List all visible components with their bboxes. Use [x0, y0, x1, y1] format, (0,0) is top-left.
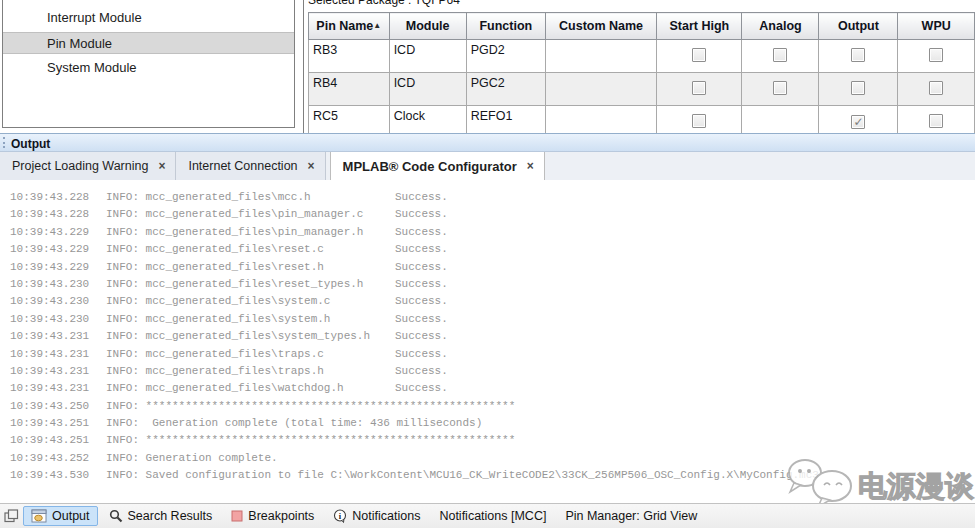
- column-header-custom-name[interactable]: Custom Name: [545, 13, 656, 40]
- log-message: INFO: mcc_generated_files\reset.c: [106, 241, 395, 258]
- log-message: INFO: Generation complete.: [106, 450, 395, 467]
- start-high-cell: [657, 106, 742, 134]
- log-message: INFO: mcc_generated_files\system.c: [106, 293, 395, 310]
- log-status: Success.: [395, 380, 448, 397]
- checkbox-unchecked[interactable]: [692, 114, 706, 128]
- console-line: 10:39:43.530INFO: Saved configuration to…: [0, 467, 975, 484]
- log-message: INFO: mcc_generated_files\system.h: [106, 311, 395, 328]
- checkbox-unchecked[interactable]: [773, 48, 787, 62]
- tab-internet-connection[interactable]: Internet Connection×: [176, 152, 325, 180]
- tab-label: MPLAB® Code Configurator: [343, 159, 517, 174]
- custom-name-cell[interactable]: [545, 40, 656, 73]
- analog-cell: [742, 106, 819, 134]
- output-panel-title: Output: [0, 136, 50, 153]
- start-high-cell: [657, 73, 742, 106]
- checkbox-unchecked[interactable]: [929, 81, 943, 95]
- custom-name-cell[interactable]: [545, 106, 656, 134]
- float-window-icon[interactable]: [4, 509, 19, 523]
- tab-label: Internet Connection: [188, 159, 297, 173]
- checkbox-unchecked[interactable]: [773, 81, 787, 95]
- checkbox-unchecked[interactable]: [929, 48, 943, 62]
- close-icon[interactable]: ×: [527, 159, 534, 173]
- module-tree-panel: Interrupt ModulePin ModuleSystem Module: [2, 0, 295, 128]
- tab-project-loading-warning[interactable]: Project Loading Warning×: [0, 152, 176, 180]
- pin-table: Pin Name▲ModuleFunctionCustom NameStart …: [308, 12, 975, 133]
- output-panel-header: Output: [0, 133, 975, 152]
- log-timestamp: 10:39:43.231: [0, 380, 106, 397]
- statusbar-item-label: Breakpoints: [248, 509, 314, 523]
- column-header-module[interactable]: Module: [389, 13, 466, 40]
- console-line: 10:39:43.229INFO: mcc_generated_files\re…: [0, 259, 975, 276]
- log-message: INFO: mcc_generated_files\traps.c: [106, 346, 395, 363]
- tab-mplab-code-configurator[interactable]: MPLAB® Code Configurator×: [330, 152, 545, 180]
- log-status: Success.: [395, 259, 448, 276]
- status-bar: OutputSearch ResultsBreakpointsiNotifica…: [0, 503, 975, 528]
- statusbar-item-label: Search Results: [128, 509, 213, 523]
- breakpoint-icon: [231, 510, 243, 522]
- checkbox-unchecked[interactable]: [929, 114, 943, 128]
- checkbox-unchecked[interactable]: [851, 48, 865, 62]
- column-header-output[interactable]: Output: [819, 13, 898, 40]
- statusbar-item-search-results[interactable]: Search Results: [101, 506, 221, 526]
- statusbar-item-output[interactable]: Output: [23, 506, 98, 526]
- log-status: Success.: [395, 189, 448, 206]
- log-status: Success.: [395, 241, 448, 258]
- function-cell: PGD2: [466, 40, 545, 73]
- log-message: INFO: mcc_generated_files\pin_manager.c: [106, 206, 395, 223]
- info-icon: i: [333, 509, 347, 523]
- log-message: INFO: **********************************…: [106, 432, 515, 449]
- console-output[interactable]: 10:39:43.228INFO: mcc_generated_files\mc…: [0, 180, 975, 503]
- close-icon[interactable]: ×: [308, 159, 315, 173]
- log-message: INFO: mcc_generated_files\system_types.h: [106, 328, 395, 345]
- log-timestamp: 10:39:43.251: [0, 432, 106, 449]
- analog-cell: [742, 40, 819, 73]
- panel-grip-handle[interactable]: [3, 137, 6, 148]
- column-header-start-high[interactable]: Start High: [657, 13, 742, 40]
- custom-name-cell[interactable]: [545, 73, 656, 106]
- checkbox-unchecked[interactable]: [692, 81, 706, 95]
- function-cell: PGC2: [466, 73, 545, 106]
- module-cell: ICD: [389, 40, 466, 73]
- statusbar-item-breakpoints[interactable]: Breakpoints: [223, 506, 322, 526]
- column-header-pin-name[interactable]: Pin Name▲: [309, 13, 390, 40]
- module-cell: Clock: [389, 106, 466, 134]
- log-timestamp: 10:39:43.252: [0, 450, 106, 467]
- console-line: 10:39:43.251INFO: Generation complete (t…: [0, 415, 975, 432]
- checkbox-unchecked[interactable]: [851, 81, 865, 95]
- sort-ascending-icon: ▲: [373, 21, 381, 30]
- checkbox-checked[interactable]: ✓: [851, 115, 865, 129]
- selected-package-label: Selected Package : TQFP64: [308, 0, 975, 7]
- pin-name-cell: RB3: [309, 40, 390, 73]
- statusbar-item-notifications-mcc-[interactable]: Notifications [MCC]: [431, 506, 554, 526]
- table-row: RB4ICDPGC2: [309, 73, 975, 106]
- checkbox-unchecked[interactable]: [692, 48, 706, 62]
- sidebar-item-system-module[interactable]: System Module: [3, 57, 294, 79]
- log-status: Success.: [395, 206, 448, 223]
- start-high-cell: [657, 40, 742, 73]
- console-line: 10:39:43.230INFO: mcc_generated_files\sy…: [0, 311, 975, 328]
- module-list: Interrupt ModulePin ModuleSystem Module: [3, 0, 294, 79]
- log-message: INFO: mcc_generated_files\mcc.h: [106, 189, 395, 206]
- pin-name-cell: RC5: [309, 106, 390, 134]
- log-status: Success.: [395, 311, 448, 328]
- column-header-function[interactable]: Function: [466, 13, 545, 40]
- log-message: INFO: Generation complete (total time: 4…: [106, 415, 482, 432]
- log-status: Success.: [395, 224, 448, 241]
- log-message: INFO: Saved configuration to file C:\Wor…: [106, 467, 819, 484]
- sidebar-item-pin-module[interactable]: Pin Module: [3, 32, 294, 54]
- log-status: Success.: [395, 328, 448, 345]
- log-message: INFO: **********************************…: [106, 398, 515, 415]
- statusbar-item-notifications[interactable]: iNotifications: [325, 506, 428, 526]
- log-timestamp: 10:39:43.231: [0, 346, 106, 363]
- statusbar-item-label: Notifications: [352, 509, 420, 523]
- column-header-wpu[interactable]: WPU: [898, 13, 975, 40]
- close-icon[interactable]: ×: [158, 159, 165, 173]
- console-line: 10:39:43.231INFO: mcc_generated_files\tr…: [0, 346, 975, 363]
- statusbar-item-pin-manager-grid-view[interactable]: Pin Manager: Grid View: [557, 506, 705, 526]
- analog-cell: [742, 73, 819, 106]
- sidebar-item-interrupt-module[interactable]: Interrupt Module: [3, 7, 294, 29]
- console-line: 10:39:43.228INFO: mcc_generated_files\mc…: [0, 189, 975, 206]
- column-header-analog[interactable]: Analog: [742, 13, 819, 40]
- table-row: RB3ICDPGD2: [309, 40, 975, 73]
- log-timestamp: 10:39:43.230: [0, 311, 106, 328]
